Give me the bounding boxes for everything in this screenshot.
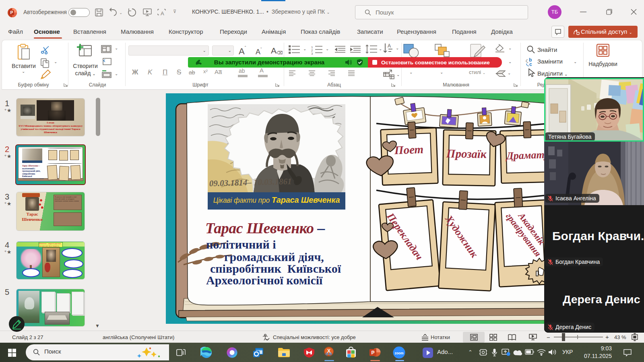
- svg-text:c: c: [529, 62, 532, 67]
- svg-text:zoom: zoom: [394, 351, 404, 355]
- svg-text:P: P: [371, 350, 374, 356]
- svg-text:A: A: [388, 43, 391, 49]
- svg-text:Дерега Денис: Дерега Денис: [563, 293, 640, 306]
- svg-text:ς: ς: [526, 58, 528, 64]
- svg-text:3: 3: [311, 52, 313, 55]
- svg-text:P: P: [10, 10, 13, 15]
- svg-text:A: A: [161, 10, 164, 16]
- svg-text:Богдан Кравчи...: Богдан Кравчи...: [552, 229, 644, 243]
